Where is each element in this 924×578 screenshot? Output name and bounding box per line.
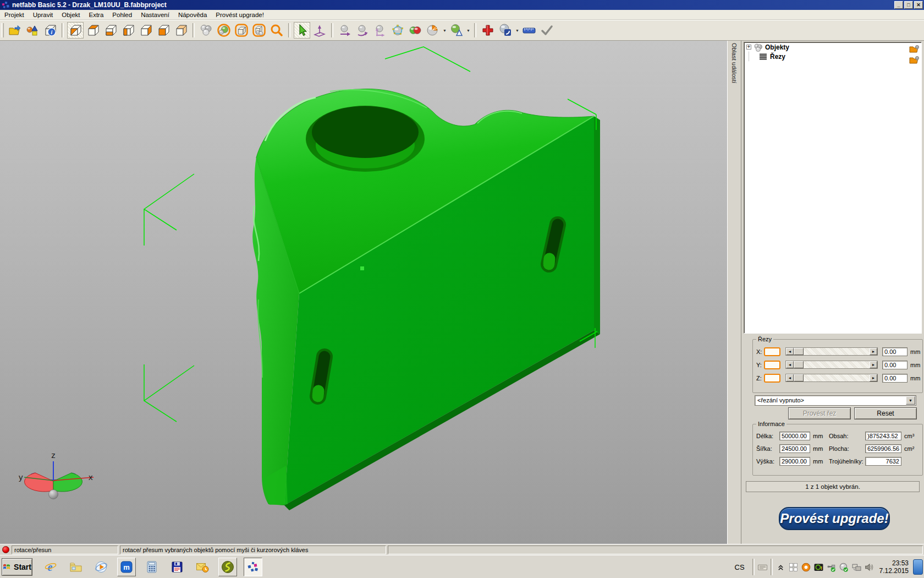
show-desktop-button[interactable] bbox=[913, 559, 923, 575]
upgrade-button[interactable]: Provést upgrade! bbox=[779, 507, 890, 530]
boolean-operation-icon[interactable] bbox=[407, 22, 424, 39]
cut-part-icon[interactable] bbox=[425, 22, 441, 39]
automatic-repair-dropdown-icon[interactable]: ▼ bbox=[465, 22, 471, 39]
slice-scrollbar[interactable]: ◄► bbox=[785, 374, 878, 382]
menu-item-extra[interactable]: Extra bbox=[84, 10, 108, 19]
expand-tray-icon[interactable] bbox=[776, 563, 785, 572]
file-explorer-icon[interactable] bbox=[67, 558, 85, 576]
apply-icon[interactable] bbox=[538, 22, 555, 39]
nvidia-icon[interactable]: ! bbox=[814, 563, 823, 572]
calculator-icon[interactable] bbox=[142, 558, 161, 576]
slice-mode-select[interactable]: <řezání vypnuto> ▼ bbox=[755, 395, 916, 406]
view-right-icon[interactable] bbox=[138, 22, 154, 39]
spybot-icon[interactable] bbox=[218, 558, 237, 576]
slice-position-field[interactable]: 0.00 bbox=[882, 374, 908, 383]
slice-scrollbar[interactable]: ◄► bbox=[785, 347, 878, 356]
view-back-icon[interactable] bbox=[173, 22, 189, 39]
maxthon-icon[interactable]: m bbox=[117, 558, 136, 576]
slice-toggle-button[interactable] bbox=[764, 347, 780, 356]
start-button[interactable]: Start bbox=[2, 558, 32, 576]
avg-icon[interactable] bbox=[801, 563, 811, 572]
reset-button[interactable]: Reset bbox=[854, 407, 917, 419]
show-all-parts-icon[interactable] bbox=[198, 22, 215, 39]
scroll-right-icon[interactable]: ► bbox=[870, 361, 877, 368]
update-icon[interactable] bbox=[839, 563, 849, 572]
info-value-field[interactable]: 29000.00 bbox=[779, 457, 810, 466]
automatic-repair-icon[interactable] bbox=[448, 22, 465, 39]
selection-center-handle[interactable] bbox=[360, 266, 364, 270]
media-player-icon[interactable] bbox=[92, 558, 111, 576]
zoom-to-parts-icon[interactable] bbox=[268, 22, 285, 39]
scroll-right-icon[interactable]: ► bbox=[870, 374, 877, 381]
scroll-left-icon[interactable]: ◄ bbox=[786, 374, 794, 381]
rotate-view-tool-icon[interactable] bbox=[311, 22, 328, 39]
slice-toggle-button[interactable] bbox=[764, 374, 780, 383]
part-repair-icon[interactable] bbox=[480, 22, 496, 39]
show-platform-icon[interactable] bbox=[233, 22, 250, 39]
viewport-3d[interactable]: z y x bbox=[0, 41, 727, 544]
tree-expander-icon[interactable]: + bbox=[746, 45, 751, 50]
scrollbar-thumb[interactable] bbox=[794, 348, 804, 355]
execute-slice-button[interactable]: Provést řez bbox=[788, 407, 851, 419]
info-value-field[interactable]: 7632 bbox=[865, 457, 901, 466]
tree-item-objekty[interactable]: +Objekty bbox=[744, 42, 921, 52]
windows-icon[interactable] bbox=[789, 563, 798, 572]
open-project-icon[interactable] bbox=[7, 22, 23, 39]
tree-item-ezy[interactable]: Řezy bbox=[744, 52, 921, 61]
part-quality-dropdown-icon[interactable]: ▼ bbox=[514, 22, 520, 39]
view-isometric-icon[interactable] bbox=[67, 22, 84, 39]
volume-icon[interactable] bbox=[865, 563, 874, 572]
menu-item-pohled[interactable]: Pohled bbox=[108, 10, 136, 19]
close-button[interactable]: ✕ bbox=[914, 1, 923, 9]
menu-item-projekt[interactable]: Projekt bbox=[0, 10, 29, 19]
menu-item-objekt[interactable]: Objekt bbox=[57, 10, 84, 19]
scrollbar-thumb[interactable] bbox=[794, 374, 804, 381]
menu-item-prov-st-upgrade[interactable]: Provést upgrade! bbox=[211, 10, 268, 19]
slice-position-field[interactable]: 0.00 bbox=[882, 361, 908, 369]
part-quality-icon[interactable] bbox=[497, 22, 514, 39]
rotate-part-icon[interactable] bbox=[354, 22, 371, 39]
maximize-button[interactable]: □ bbox=[904, 1, 913, 9]
info-value-field[interactable]: 50000.00 bbox=[779, 432, 810, 440]
scroll-left-icon[interactable]: ◄ bbox=[786, 361, 794, 368]
menu-item-n-pov-da[interactable]: Nápověda bbox=[174, 10, 211, 19]
show-parts-and-platform-icon[interactable] bbox=[251, 22, 267, 39]
view-top-icon[interactable] bbox=[85, 22, 101, 39]
show-selected-parts-icon[interactable] bbox=[216, 22, 232, 39]
info-value-field[interactable]: 6259906.56 bbox=[865, 444, 901, 453]
cut-part-dropdown-icon[interactable]: ▼ bbox=[442, 22, 448, 39]
chevron-down-icon[interactable]: ▼ bbox=[906, 396, 915, 405]
minimize-button[interactable]: _ bbox=[894, 1, 903, 9]
scrollbar-thumb[interactable] bbox=[794, 361, 804, 368]
info-value-field[interactable]: )875243.52 bbox=[865, 432, 901, 440]
language-indicator[interactable]: CS bbox=[735, 563, 745, 571]
model-3d[interactable] bbox=[252, 89, 600, 510]
save-icon[interactable] bbox=[168, 558, 186, 576]
slice-scrollbar[interactable]: ◄► bbox=[785, 361, 878, 369]
internet-explorer-icon[interactable]: e bbox=[41, 558, 60, 576]
scale-part-icon[interactable] bbox=[372, 22, 388, 39]
measure-icon[interactable] bbox=[521, 22, 537, 39]
view-bottom-icon[interactable] bbox=[102, 22, 119, 39]
netfabb-icon[interactable] bbox=[244, 558, 262, 576]
outlook-icon[interactable] bbox=[193, 558, 212, 576]
project-info-icon[interactable]: i bbox=[42, 22, 58, 39]
load-objects-folder-icon[interactable] bbox=[909, 45, 920, 53]
clock[interactable]: 23:53 7.12.2015 bbox=[879, 559, 909, 575]
network-icon[interactable] bbox=[852, 563, 861, 572]
view-front-icon[interactable] bbox=[155, 22, 172, 39]
slice-toggle-button[interactable] bbox=[764, 361, 780, 369]
usb-icon[interactable] bbox=[827, 563, 836, 572]
info-value-field[interactable]: 24500.00 bbox=[779, 444, 810, 453]
view-left-icon[interactable] bbox=[120, 22, 136, 39]
load-slices-folder-icon[interactable] bbox=[909, 56, 920, 64]
select-tool-icon[interactable] bbox=[294, 22, 310, 39]
slice-position-field[interactable]: 0.00 bbox=[882, 347, 908, 356]
event-panel-header[interactable]: Oblast událostí bbox=[727, 41, 741, 544]
edit-triangles-icon[interactable] bbox=[389, 22, 406, 39]
scroll-left-icon[interactable]: ◄ bbox=[786, 348, 794, 355]
keyboard-icon[interactable] bbox=[758, 563, 767, 572]
menu-item-upravit[interactable]: Upravit bbox=[29, 10, 57, 19]
menu-item-nastaven[interactable]: Nastavení bbox=[136, 10, 174, 19]
add-part-icon[interactable] bbox=[24, 22, 41, 39]
